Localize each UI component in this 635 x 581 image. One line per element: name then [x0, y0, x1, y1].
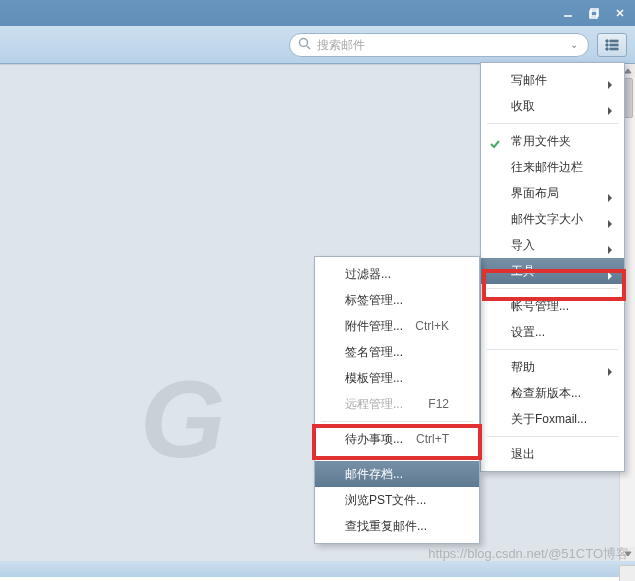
menu-main-item-label: 设置...	[511, 325, 545, 339]
menu-main-item-11[interactable]: 设置...	[481, 319, 624, 345]
chevron-right-icon	[606, 100, 614, 126]
menu-sub-item-label: 模板管理...	[345, 371, 403, 385]
menu-sub-item-label: 远程管理...	[345, 397, 403, 411]
menu-sub-item-9[interactable]: 邮件存档...	[315, 461, 479, 487]
menu-main-item-label: 帮助	[511, 360, 535, 374]
menu-sub-item-shortcut: F12	[428, 391, 449, 417]
menu-sub-item-7[interactable]: 待办事项...Ctrl+T	[315, 426, 479, 452]
window-titlebar	[0, 0, 635, 26]
menu-main-item-8[interactable]: 工具	[481, 258, 624, 284]
menu-main-item-4[interactable]: 往来邮件边栏	[481, 154, 624, 180]
menu-main-separator	[487, 123, 618, 124]
svg-point-5	[606, 43, 608, 45]
menu-sub-item-3[interactable]: 签名管理...	[315, 339, 479, 365]
menu-main-item-5[interactable]: 界面布局	[481, 180, 624, 206]
menu-sub-item-label: 标签管理...	[345, 293, 403, 307]
menu-sub-item-shortcut: Ctrl+K	[415, 313, 449, 339]
search-icon	[298, 37, 311, 53]
menu-sub-separator	[321, 456, 473, 457]
menu-main-separator	[487, 288, 618, 289]
search-dropdown-icon[interactable]: ⌄	[566, 39, 582, 50]
menu-sub-item-label: 过滤器...	[345, 267, 391, 281]
status-bar	[0, 561, 635, 577]
main-menu: 写邮件收取常用文件夹往来邮件边栏界面布局邮件文字大小导入工具帐号管理...设置.…	[480, 62, 625, 472]
menu-main-item-13[interactable]: 帮助	[481, 354, 624, 380]
menu-main-item-label: 邮件文字大小	[511, 212, 583, 226]
menu-main-item-0[interactable]: 写邮件	[481, 67, 624, 93]
menu-main-item-label: 收取	[511, 99, 535, 113]
menu-sub-item-2[interactable]: 附件管理...Ctrl+K	[315, 313, 479, 339]
menu-sub-separator	[321, 421, 473, 422]
menu-main-item-label: 导入	[511, 238, 535, 252]
menu-sub-item-label: 附件管理...	[345, 319, 403, 333]
menu-sub-item-11[interactable]: 查找重复邮件...	[315, 513, 479, 539]
menu-sub-item-label: 签名管理...	[345, 345, 403, 359]
chevron-right-icon	[606, 265, 614, 291]
menu-main-item-label: 往来邮件边栏	[511, 160, 583, 174]
foxmail-logo: G	[140, 355, 290, 465]
menu-sub-item-label: 浏览PST文件...	[345, 493, 426, 507]
svg-rect-6	[610, 44, 618, 46]
menu-main-item-3[interactable]: 常用文件夹	[481, 128, 624, 154]
minimize-button[interactable]	[559, 6, 577, 20]
menu-button[interactable]	[597, 33, 627, 57]
tools-submenu: 过滤器...标签管理...附件管理...Ctrl+K签名管理...模板管理...…	[314, 256, 480, 544]
menu-main-separator	[487, 436, 618, 437]
menu-main-item-label: 检查新版本...	[511, 386, 581, 400]
menu-sub-item-1[interactable]: 标签管理...	[315, 287, 479, 313]
search-input[interactable]	[317, 38, 560, 52]
menu-sub-item-shortcut: Ctrl+T	[416, 426, 449, 452]
toolbar: ⌄	[0, 26, 635, 64]
menu-main-item-label: 写邮件	[511, 73, 547, 87]
menu-main-item-label: 关于Foxmail...	[511, 412, 587, 426]
resize-corner[interactable]	[619, 565, 635, 581]
menu-main-item-label: 常用文件夹	[511, 134, 571, 148]
menu-main-item-17[interactable]: 退出	[481, 441, 624, 467]
search-box[interactable]: ⌄	[289, 33, 589, 57]
menu-sub-item-10[interactable]: 浏览PST文件...	[315, 487, 479, 513]
menu-sub-item-0[interactable]: 过滤器...	[315, 261, 479, 287]
close-button[interactable]	[611, 6, 629, 20]
menu-sub-item-5: 远程管理...F12	[315, 391, 479, 417]
menu-main-item-15[interactable]: 关于Foxmail...	[481, 406, 624, 432]
menu-main-item-label: 帐号管理...	[511, 299, 569, 313]
menu-sub-item-label: 邮件存档...	[345, 467, 403, 481]
menu-sub-item-label: 查找重复邮件...	[345, 519, 427, 533]
menu-main-separator	[487, 349, 618, 350]
menu-main-item-7[interactable]: 导入	[481, 232, 624, 258]
svg-point-3	[606, 39, 608, 41]
menu-main-item-label: 退出	[511, 447, 535, 461]
svg-point-7	[606, 47, 608, 49]
menu-main-item-1[interactable]: 收取	[481, 93, 624, 119]
menu-main-item-label: 界面布局	[511, 186, 559, 200]
menu-main-item-10[interactable]: 帐号管理...	[481, 293, 624, 319]
svg-point-2	[300, 38, 308, 46]
menu-sub-item-4[interactable]: 模板管理...	[315, 365, 479, 391]
menu-main-item-label: 工具	[511, 264, 535, 278]
maximize-button[interactable]	[585, 6, 603, 20]
svg-rect-8	[610, 48, 618, 50]
menu-main-item-6[interactable]: 邮件文字大小	[481, 206, 624, 232]
menu-main-item-14[interactable]: 检查新版本...	[481, 380, 624, 406]
svg-rect-4	[610, 40, 618, 42]
menu-sub-item-label: 待办事项...	[345, 432, 403, 446]
